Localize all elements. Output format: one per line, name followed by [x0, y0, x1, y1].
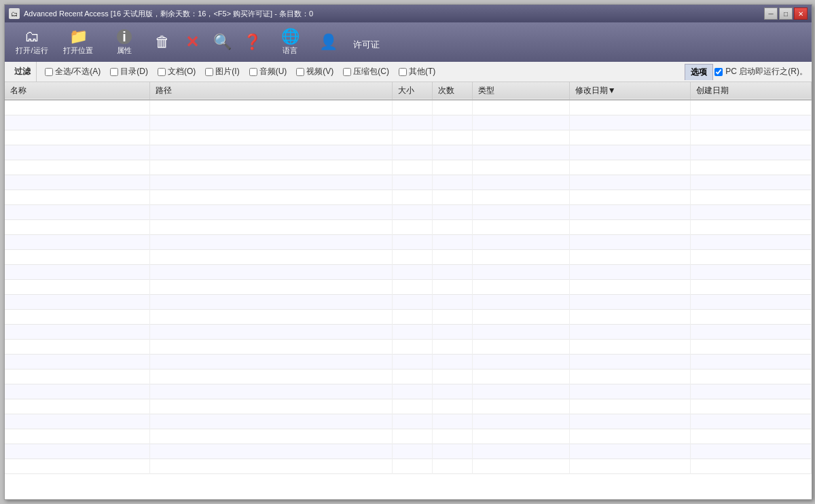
table-row [5, 279, 812, 294]
options-content: PC 启动即运行之(R)。 [714, 66, 808, 77]
filter-select-all-label: 全选/不选(A) [55, 66, 101, 77]
table-body [5, 100, 812, 473]
open-run-button[interactable]: 🗂 打开/运行 [10, 24, 54, 60]
open-location-label: 打开位置 [63, 46, 93, 56]
startup-label: PC 启动即运行之(R)。 [725, 66, 808, 77]
table-row [5, 399, 812, 414]
window-title: Advanced Recent Access [16 天试用版，剩余天数：16，… [24, 9, 764, 19]
remove-button[interactable]: ✕ [179, 24, 206, 60]
open-run-label: 打开/运行 [16, 46, 48, 56]
data-table: 名称 路径 大小 次数 类型 修改日期▼ 创建日期 [5, 82, 812, 474]
table-row [5, 100, 812, 115]
filter-document[interactable]: 文档(O) [153, 65, 200, 79]
table-row [5, 264, 812, 279]
filter-audio-checkbox[interactable] [249, 68, 257, 76]
table-row [5, 294, 812, 309]
filter-select-all[interactable]: 全选/不选(A) [41, 65, 105, 79]
filter-document-checkbox[interactable] [158, 68, 166, 76]
filter-archive[interactable]: 压缩包(C) [339, 65, 393, 79]
col-header-created[interactable]: 创建日期 [690, 82, 811, 100]
filter-other[interactable]: 其他(T) [395, 65, 439, 79]
table-row [5, 249, 812, 264]
language-icon: 🌐 [281, 29, 300, 44]
options-tab[interactable]: 选项 [685, 64, 713, 80]
table-row [5, 429, 812, 444]
table-row [5, 309, 812, 324]
col-header-name[interactable]: 名称 [5, 82, 150, 100]
open-location-icon: 📁 [69, 29, 88, 44]
titlebar: 🗂 Advanced Recent Access [16 天试用版，剩余天数：1… [5, 5, 812, 22]
close-button[interactable]: ✕ [794, 7, 808, 20]
minimize-button[interactable]: ─ [764, 7, 778, 20]
table-row [5, 234, 812, 249]
table-row [5, 354, 812, 369]
table-row [5, 339, 812, 354]
filter-image-label: 图片(I) [215, 66, 239, 77]
table-row [5, 160, 812, 175]
table-container: 名称 路径 大小 次数 类型 修改日期▼ 创建日期 [5, 82, 812, 499]
titlebar-buttons: ─ □ ✕ [764, 7, 808, 20]
open-location-button[interactable]: 📁 打开位置 [56, 24, 100, 60]
table-row [5, 190, 812, 204]
table-row [5, 324, 812, 339]
filter-image-checkbox[interactable] [205, 68, 213, 76]
user-button[interactable]: 👤 [314, 24, 342, 60]
startup-checkbox[interactable] [714, 68, 723, 76]
filter-audio-label: 音频(U) [259, 66, 287, 77]
toolbar: 🗂 打开/运行 📁 打开位置 i 属性 🗑 ✕ 🔍 ❓ 🌐 [5, 22, 812, 62]
table-row [5, 369, 812, 384]
col-header-modified[interactable]: 修改日期▼ [569, 82, 690, 100]
filter-other-checkbox[interactable] [399, 68, 407, 76]
table-header-row: 名称 路径 大小 次数 类型 修改日期▼ 创建日期 [5, 82, 812, 100]
help-icon: ❓ [243, 35, 261, 50]
table-row [5, 115, 812, 130]
filter-directory-label: 目录(D) [120, 66, 148, 77]
filter-archive-checkbox[interactable] [343, 68, 351, 76]
filter-image[interactable]: 图片(I) [201, 65, 243, 79]
license-button[interactable]: 许可证 [344, 24, 388, 60]
user-icon: 👤 [319, 35, 338, 50]
table-row [5, 175, 812, 190]
col-header-type[interactable]: 类型 [473, 82, 570, 100]
maximize-button[interactable]: □ [779, 7, 793, 20]
filter-archive-label: 压缩包(C) [353, 66, 389, 77]
filter-video-checkbox[interactable] [296, 68, 304, 76]
filter-document-label: 文档(O) [168, 66, 196, 77]
language-button[interactable]: 🌐 语言 [268, 24, 312, 60]
language-label: 语言 [283, 46, 297, 56]
table-row [5, 444, 812, 458]
table-row [5, 130, 812, 145]
app-icon: 🗂 [9, 8, 20, 19]
delete-icon: 🗑 [155, 35, 170, 50]
license-label: 许可证 [353, 39, 380, 51]
properties-label: 属性 [117, 46, 132, 56]
filter-directory-checkbox[interactable] [110, 68, 118, 76]
table-row [5, 219, 812, 234]
table-row [5, 204, 812, 219]
filter-video-label: 视频(V) [306, 66, 333, 77]
open-run-icon: 🗂 [24, 29, 39, 44]
filter-other-label: 其他(T) [409, 66, 435, 77]
col-header-size[interactable]: 大小 [392, 82, 432, 100]
properties-icon: i [117, 29, 132, 44]
table-row [5, 145, 812, 160]
col-header-count[interactable]: 次数 [432, 82, 472, 100]
search-icon: 🔍 [213, 35, 232, 50]
col-header-path[interactable]: 路径 [150, 82, 392, 100]
delete-button[interactable]: 🗑 [149, 24, 176, 60]
table-row [5, 384, 812, 399]
filter-directory[interactable]: 目录(D) [106, 65, 152, 79]
filter-select-all-checkbox[interactable] [45, 68, 53, 76]
remove-icon: ✕ [185, 34, 199, 50]
table-row [5, 414, 812, 429]
properties-button[interactable]: i 属性 [103, 24, 146, 60]
table-row [5, 458, 812, 473]
search-button[interactable]: 🔍 [209, 24, 236, 60]
filter-label: 过滤 [9, 62, 37, 82]
filterbar: 过滤 全选/不选(A) 目录(D) 文档(O) 图片(I) 音频(U) 视频(V… [5, 62, 812, 82]
filter-video[interactable]: 视频(V) [292, 65, 338, 79]
filter-audio[interactable]: 音频(U) [245, 65, 291, 79]
help-button[interactable]: ❓ [238, 24, 266, 60]
main-window: 🗂 Advanced Recent Access [16 天试用版，剩余天数：1… [4, 4, 812, 500]
